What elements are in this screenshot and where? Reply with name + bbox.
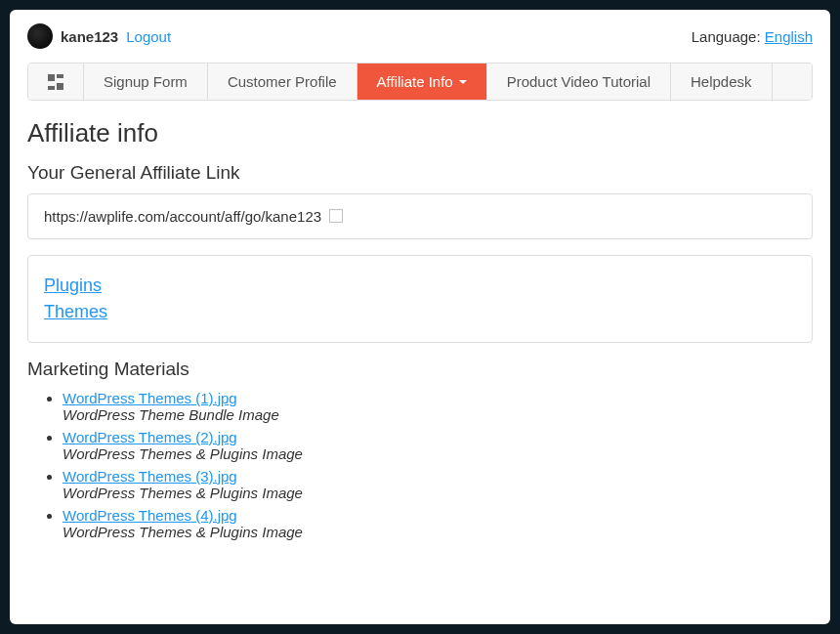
material-desc: WordPress Themes & Plugins Image <box>63 445 303 462</box>
themes-link[interactable]: Themes <box>44 302 796 322</box>
tab-signup-label: Signup Form <box>104 73 188 90</box>
list-item: WordPress Themes (2).jpg WordPress Theme… <box>63 429 813 462</box>
tab-helpdesk[interactable]: Helpdesk <box>671 63 773 100</box>
link-sections-panel: Plugins Themes <box>27 255 813 343</box>
username-label: kane123 <box>61 28 118 45</box>
list-item: WordPress Themes (1).jpg WordPress Theme… <box>63 390 813 423</box>
tab-tutorial-label: Product Video Tutorial <box>507 73 651 90</box>
material-desc: WordPress Themes & Plugins Image <box>63 485 303 501</box>
affiliate-url-text: https://awplife.com/account/aff/go/kane1… <box>44 208 321 225</box>
chevron-down-icon <box>459 80 467 84</box>
materials-list: WordPress Themes (1).jpg WordPress Theme… <box>27 390 813 540</box>
material-link[interactable]: WordPress Themes (3).jpg <box>63 468 237 485</box>
avatar[interactable] <box>27 23 53 49</box>
general-link-heading: Your General Affiliate Link <box>27 162 813 184</box>
tab-affiliate-info[interactable]: Affiliate Info <box>357 63 487 100</box>
tab-bar: Signup Form Customer Profile Affiliate I… <box>27 63 813 101</box>
plugins-link[interactable]: Plugins <box>44 275 796 296</box>
list-item: WordPress Themes (4).jpg WordPress Theme… <box>63 507 813 540</box>
tab-spacer <box>773 63 812 100</box>
list-item: WordPress Themes (3).jpg WordPress Theme… <box>63 468 813 501</box>
tab-product-video-tutorial[interactable]: Product Video Tutorial <box>487 63 671 100</box>
tab-dashboard[interactable] <box>28 63 84 100</box>
tab-helpdesk-label: Helpdesk <box>691 73 752 90</box>
logout-link[interactable]: Logout <box>126 28 171 45</box>
language-label: Language: <box>692 28 761 45</box>
materials-heading: Marketing Materials <box>27 359 813 380</box>
top-bar: kane123 Logout Language: English <box>27 23 813 49</box>
tab-affiliate-label: Affiliate Info <box>377 73 453 90</box>
copy-icon[interactable] <box>331 211 343 223</box>
language-select-link[interactable]: English <box>765 28 813 45</box>
material-link[interactable]: WordPress Themes (1).jpg <box>63 390 237 406</box>
material-link[interactable]: WordPress Themes (2).jpg <box>63 429 237 445</box>
dashboard-icon <box>48 74 63 90</box>
tab-customer-label: Customer Profile <box>228 73 337 90</box>
page-title: Affiliate info <box>27 118 813 148</box>
tab-signup-form[interactable]: Signup Form <box>84 63 208 100</box>
material-desc: WordPress Themes & Plugins Image <box>63 524 303 540</box>
material-desc: WordPress Theme Bundle Image <box>63 406 279 423</box>
material-link[interactable]: WordPress Themes (4).jpg <box>63 507 237 524</box>
tab-customer-profile[interactable]: Customer Profile <box>208 63 357 100</box>
affiliate-link-panel: https://awplife.com/account/aff/go/kane1… <box>27 193 813 239</box>
